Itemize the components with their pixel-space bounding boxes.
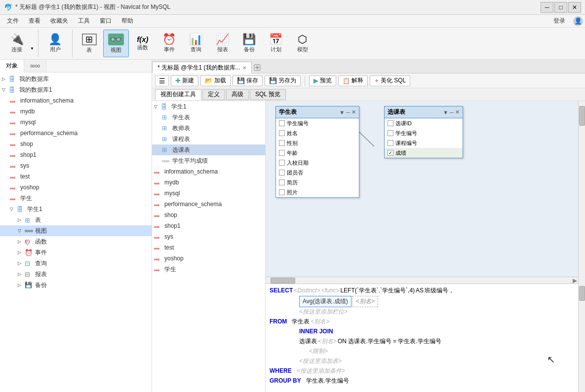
xuesheng-dropdown-icon[interactable]: ▼ — [339, 109, 345, 115]
tab-close-icon[interactable]: ✕ — [242, 65, 246, 71]
event-tool[interactable]: ⏰ 事件 — [156, 30, 182, 57]
canvas-scroll-thumb-h[interactable] — [271, 278, 295, 284]
sql-scroll-thumb[interactable] — [579, 286, 585, 301]
field-xuesheng-jl[interactable]: 简历 — [276, 178, 359, 187]
sidebar-item-shop1[interactable]: ▬ shop1 — [0, 149, 152, 160]
obj-mysql[interactable]: ▬ mysql — [152, 188, 265, 199]
sidebar-item-student1-report[interactable]: ▷ ⊟ 报表 — [0, 269, 152, 280]
obj-jiaoshibiao[interactable]: ⊞ 教师表 — [152, 123, 265, 134]
designer-canvas[interactable]: 学生表 ▼ ─ ✕ 学生编号 — [266, 101, 585, 284]
close-button[interactable]: ✕ — [568, 2, 581, 13]
preview-button[interactable]: ▶ 预览 — [309, 75, 336, 86]
obj-xueshengbiao[interactable]: ⊞ 学生表 — [152, 112, 265, 123]
add-table-placeholder[interactable]: <按这里添加表> — [299, 356, 342, 366]
xuesheng-minimize-icon[interactable]: ─ — [346, 109, 350, 115]
obj-yoshop[interactable]: ▬ yoshop — [152, 253, 265, 264]
sidebar-item-student1[interactable]: ▽ 🗄 学生1 — [0, 204, 152, 214]
checkbox-xm[interactable] — [279, 130, 285, 136]
view-tool[interactable]: 👓 视图 — [103, 30, 129, 57]
xuesheng-table-box[interactable]: 学生表 ▼ ─ ✕ 学生编号 — [275, 106, 359, 198]
xuesheng-table-header[interactable]: 学生表 ▼ ─ ✕ — [276, 107, 359, 118]
avg-alias-placeholder[interactable]: <别名> — [352, 296, 378, 307]
obj-student1-db[interactable]: ▽ 🗄 学生1 — [152, 101, 265, 112]
field-xuesheng-zp[interactable]: 照片 — [276, 187, 359, 197]
new-tab-button[interactable] — [252, 62, 263, 73]
join-alias-placeholder[interactable]: <别名> — [318, 337, 337, 346]
menu-window[interactable]: 窗口 — [95, 16, 117, 26]
hamburger-menu-button[interactable]: ☰ — [155, 75, 169, 86]
report-tool[interactable]: 📈 报表 — [210, 30, 235, 57]
load-button[interactable]: 📂 加载 — [200, 75, 231, 86]
tab-view-creator[interactable]: 视图创建工具 — [155, 89, 201, 100]
sidebar-tab-info[interactable]: ∞∞ — [24, 60, 46, 72]
field-xuanke-cj[interactable]: ✓ 成绩 — [385, 148, 463, 158]
obj-shop[interactable]: ▬ shop — [152, 210, 265, 220]
menu-favorites[interactable]: 收藏夹 — [45, 16, 73, 26]
obj-avg-view[interactable]: ∞∞ 学生平均成绩 — [152, 155, 265, 166]
backup-tool[interactable]: 💾 备份 — [236, 30, 262, 57]
field-xuesheng-tyf[interactable]: 团员否 — [276, 168, 359, 178]
from-alias-placeholder[interactable]: <别名> — [311, 317, 329, 326]
xuesheng-close-icon[interactable]: ✕ — [351, 109, 356, 115]
sidebar-item-student1-query[interactable]: ▷ ⊡ 查询 — [0, 258, 152, 269]
canvas-scroll-thumb[interactable] — [579, 106, 585, 126]
func-placeholder[interactable]: <func> — [321, 286, 340, 295]
xuanke-minimize-icon[interactable]: ─ — [450, 109, 454, 115]
save-as-button[interactable]: 💾 另存为 — [265, 75, 301, 86]
sidebar-item-student[interactable]: ▬ 学生 — [0, 193, 152, 204]
xuanke-table-header[interactable]: 选课表 ▼ ─ ✕ — [385, 107, 463, 118]
sidebar-item-student1-table[interactable]: ▷ ⊞ 表 — [0, 214, 152, 225]
field-xuesheng-xsbh[interactable]: 学生编号 — [276, 118, 359, 128]
xuanke-close-icon[interactable]: ✕ — [455, 109, 460, 115]
sql-scrollbar[interactable] — [578, 284, 585, 392]
sidebar-item-test[interactable]: ▬ test — [0, 171, 152, 182]
obj-xuankebiao[interactable]: ⊞ 选课表 — [152, 144, 265, 155]
save-button[interactable]: 💾 保存 — [233, 75, 263, 86]
canvas-scrollbar-right[interactable] — [578, 101, 585, 284]
obj-perf[interactable]: ▬ performance_schema — [152, 199, 265, 210]
checkbox-zp[interactable] — [279, 189, 285, 195]
beautify-button[interactable]: ✦ 美化 SQL — [370, 75, 410, 86]
scroll-right-arrow[interactable]: ▶ — [573, 277, 577, 284]
field-xuanke-xkid[interactable]: 选课ID — [385, 118, 463, 128]
checkbox-nl[interactable] — [279, 150, 285, 156]
checkbox-xsbh[interactable] — [279, 120, 285, 126]
menu-tools[interactable]: 工具 — [73, 16, 95, 26]
content-tab-untitled[interactable]: * 无标题 @学生1 (我的数据库... ✕ — [152, 62, 252, 73]
explain-button[interactable]: 📋 解释 — [338, 75, 368, 86]
table-tool[interactable]: ⊞ 表 — [77, 30, 102, 57]
checkbox-xb[interactable] — [279, 140, 285, 146]
new-button[interactable]: ✚ 新建 — [171, 75, 198, 86]
sidebar-item-mydb[interactable]: ▷ 🗄 我的数据库 — [0, 73, 152, 84]
checkbox-xkid[interactable] — [388, 120, 393, 126]
connect-tool[interactable]: 🔌 连接 — [4, 30, 30, 57]
user-tool[interactable]: 👤 用户 — [42, 30, 68, 57]
maximize-button[interactable]: □ — [554, 2, 567, 13]
sidebar-item-shop[interactable]: ▬ shop — [0, 139, 152, 149]
where-condition-placeholder[interactable]: <按这里添加条件> — [297, 366, 345, 376]
obj-sys[interactable]: ▬ sys — [152, 231, 265, 242]
canvas-scrollbar-bottom[interactable]: ▶ — [266, 277, 578, 284]
xuanke-table-box[interactable]: 选课表 ▼ ─ ✕ 选课ID — [384, 106, 463, 158]
checkbox-cj[interactable]: ✓ — [388, 150, 393, 156]
checkbox-rxyf[interactable] — [279, 160, 285, 166]
func-tool[interactable]: f(x) 函数 — [130, 30, 156, 57]
menu-help[interactable]: 帮助 — [117, 16, 138, 26]
tab-definition[interactable]: 定义 — [202, 89, 225, 100]
field-xuesheng-nl[interactable]: 年龄 — [276, 148, 359, 158]
tab-sql-preview[interactable]: SQL 预览 — [250, 89, 286, 100]
sidebar-item-student1-view[interactable]: ▽ ∞∞ 视图 — [0, 225, 152, 236]
sidebar-item-mysql[interactable]: ▬ mysql — [0, 117, 152, 128]
field-xuanke-xsbh[interactable]: 学生编号 — [385, 128, 463, 138]
sidebar-item-mydb1[interactable]: ▽ 🗄 我的数据库1 — [0, 84, 152, 95]
obj-test[interactable]: ▬ test — [152, 242, 265, 253]
checkbox-jl[interactable] — [279, 179, 285, 185]
sidebar-item-mydb-child[interactable]: ▬ mydb — [0, 106, 152, 117]
xuanke-dropdown-icon[interactable]: ▼ — [443, 109, 448, 115]
sidebar-item-student1-event[interactable]: ▷ ⏰ 事件 — [0, 247, 152, 258]
menu-view[interactable]: 查看 — [24, 16, 45, 26]
checkbox-xk-xsbh[interactable] — [388, 130, 393, 136]
tab-advanced[interactable]: 高级 — [226, 89, 249, 100]
connect-arrow-icon[interactable]: ▼ — [30, 46, 34, 51]
checkbox-tyf[interactable] — [279, 170, 285, 176]
